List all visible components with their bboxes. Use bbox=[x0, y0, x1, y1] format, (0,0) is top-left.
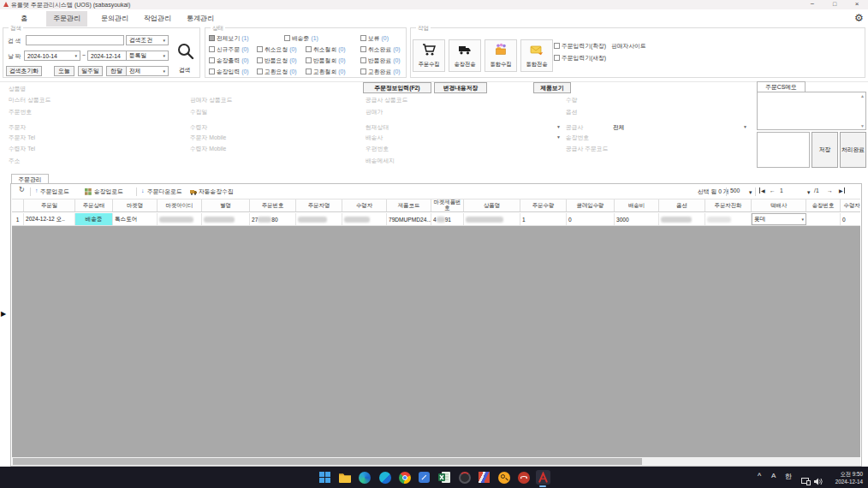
dark-media-app-button[interactable] bbox=[457, 470, 472, 485]
col-receiver-tel[interactable]: 수령자전화 bbox=[841, 199, 860, 211]
save-changes-button[interactable]: 변경내용저장 bbox=[434, 82, 487, 93]
status-check-return-withdraw[interactable]: 반품철회(0) bbox=[306, 57, 346, 65]
gear-icon[interactable]: ⚙ bbox=[854, 12, 864, 24]
col-carrier[interactable]: 택배사 bbox=[752, 199, 806, 211]
scroll-up-icon[interactable]: ▲ bbox=[860, 93, 865, 98]
invoice-send-button[interactable]: 송장전송 bbox=[449, 39, 481, 72]
status-check-cancel-req[interactable]: 취소요청(0) bbox=[257, 45, 297, 54]
status-check-shipping[interactable]: 배송중(1) bbox=[284, 34, 318, 43]
order-download-button[interactable]: 주문다운로드 bbox=[147, 187, 182, 196]
view-product-button[interactable]: 제품보기 bbox=[533, 82, 571, 93]
col-order-qty[interactable]: 주문수량 bbox=[520, 199, 567, 211]
auto-invoice-collect-button[interactable]: 자동송장수집 bbox=[199, 187, 234, 196]
week-button[interactable]: 일주일 bbox=[78, 66, 103, 76]
col-orderer-name[interactable]: 주문자명 bbox=[296, 199, 342, 211]
cell-carrier-combobox[interactable]: 롯데▾ bbox=[752, 213, 806, 225]
col-order-no[interactable]: 주문번호 bbox=[250, 199, 296, 211]
status-check-return-done[interactable]: 반품완료(0) bbox=[360, 57, 401, 65]
refresh-icon[interactable]: ↻ bbox=[19, 186, 25, 193]
invoice-upload-button[interactable]: 송장업로드 bbox=[94, 187, 123, 196]
tab-order-management[interactable]: 주문관리 bbox=[46, 11, 87, 27]
chevron-down-icon[interactable]: ▾ bbox=[749, 189, 752, 196]
col-order-date[interactable]: 주문일 bbox=[24, 199, 75, 211]
tray-chevron-up[interactable]: ^ bbox=[758, 472, 761, 480]
file-explorer-button[interactable] bbox=[337, 470, 352, 485]
blue-editor-app-button[interactable] bbox=[417, 470, 431, 485]
first-page-button[interactable]: ◀ bbox=[759, 187, 765, 193]
chevron-down-icon[interactable]: ▼ bbox=[743, 124, 747, 129]
tab-order-cs-memo[interactable]: 주문CS메모 bbox=[757, 81, 806, 92]
status-check-exchange-done[interactable]: 교환완료(0) bbox=[360, 68, 401, 76]
tab-inquiry-management[interactable]: 문의관리 bbox=[94, 11, 135, 27]
order-entry-newwindow-checkbox[interactable]: 주문입력기(새창) bbox=[554, 54, 606, 62]
edge-browser-button[interactable] bbox=[357, 470, 372, 485]
status-check-hold[interactable]: 보류(0) bbox=[360, 34, 389, 43]
keyword-input[interactable] bbox=[26, 35, 124, 45]
col-product-code[interactable]: 제품코드 bbox=[387, 199, 431, 211]
col-option[interactable]: 옵션 bbox=[659, 199, 705, 211]
integrated-send-button[interactable]: 통합전송 bbox=[520, 39, 553, 72]
windows-start-button[interactable] bbox=[318, 470, 332, 485]
order-collect-button[interactable]: 주문수집 bbox=[413, 39, 445, 72]
status-check-exchange-withdraw[interactable]: 교환철회(0) bbox=[306, 68, 346, 76]
col-alias[interactable]: 별명 bbox=[202, 199, 250, 211]
col-invoice-no[interactable]: 송장번호 bbox=[806, 199, 841, 211]
striped-viewer-app-button[interactable] bbox=[477, 470, 491, 485]
prev-page-button[interactable]: ← bbox=[770, 187, 776, 193]
whale-browser-button[interactable] bbox=[378, 470, 392, 485]
ime-latin-indicator[interactable]: A bbox=[771, 472, 776, 479]
scroll-down-icon[interactable]: ▼ bbox=[860, 123, 865, 128]
status-check-cancel-done[interactable]: 취소완료(0) bbox=[360, 45, 401, 54]
search-reset-button[interactable]: 검색초기화 bbox=[6, 66, 42, 76]
col-order-status[interactable]: 주문상태 bbox=[75, 199, 113, 211]
status-check-return-req[interactable]: 반품요청(0) bbox=[257, 57, 297, 65]
display-tray-icon[interactable] bbox=[801, 473, 811, 488]
col-receiver[interactable]: 수령자 bbox=[342, 199, 387, 211]
uplat-order-app-button[interactable] bbox=[536, 470, 550, 485]
table-row[interactable]: 1 2024-12-12 오.. 배송중 톡스토어 2780 79DMUPMD2… bbox=[12, 213, 860, 226]
side-panel-expander-icon[interactable]: ▶ bbox=[1, 311, 6, 318]
memo-save-button[interactable]: 저장 bbox=[812, 132, 838, 168]
search-button-label[interactable]: 검색 bbox=[179, 66, 191, 74]
search-icon[interactable] bbox=[176, 42, 195, 61]
col-market-id[interactable]: 마켓아이디 bbox=[158, 199, 202, 211]
order-info-input-button[interactable]: 주문정보입력(F2) bbox=[363, 82, 431, 93]
col-claim-qty[interactable]: 클레임수량 bbox=[567, 199, 615, 211]
col-orderer-tel[interactable]: 주문자전화 bbox=[705, 199, 752, 211]
excel-app-button[interactable] bbox=[437, 470, 451, 485]
today-button[interactable]: 오늘 bbox=[54, 66, 74, 76]
maximize-button[interactable]: □ bbox=[827, 0, 842, 9]
chevron-down-icon[interactable]: ▼ bbox=[556, 134, 561, 140]
chevron-down-icon[interactable]: ▾ bbox=[807, 189, 810, 196]
status-check-invoice-input[interactable]: 송장입력(0) bbox=[209, 68, 249, 76]
orange-search-app-button[interactable] bbox=[496, 470, 511, 485]
close-button[interactable]: × bbox=[849, 0, 865, 9]
status-check-new[interactable]: 신규주문(0) bbox=[209, 45, 249, 54]
col-rownum[interactable] bbox=[12, 199, 24, 211]
last-page-button[interactable]: ▶ bbox=[839, 187, 845, 193]
next-page-button[interactable]: → bbox=[827, 187, 833, 193]
order-upload-button[interactable]: 주문업로드 bbox=[40, 187, 69, 196]
col-market[interactable]: 마켓명 bbox=[113, 199, 158, 211]
date-from-picker[interactable]: 2024-10-14 ▾ bbox=[24, 51, 80, 61]
horizontal-scrollbar[interactable] bbox=[12, 457, 860, 466]
status-check-exchange-req[interactable]: 교환요청(0) bbox=[257, 68, 297, 76]
chrome-browser-button[interactable] bbox=[397, 470, 412, 485]
condition-select[interactable]: 검색조건 ▾ bbox=[126, 35, 169, 45]
red-tool-app-button[interactable] bbox=[516, 470, 531, 485]
ime-korean-indicator[interactable]: 한 bbox=[785, 472, 792, 481]
cs-memo-textarea[interactable]: ▲ ▼ bbox=[757, 92, 866, 130]
scope-select[interactable]: 전체 ▾ bbox=[126, 66, 169, 76]
col-product-name[interactable]: 상품명 bbox=[464, 199, 520, 211]
tab-job-management[interactable]: 작업관리 bbox=[137, 11, 178, 27]
integrated-collect-button[interactable]: 통합수집 bbox=[485, 39, 517, 72]
taskbar-clock[interactable]: 오전 9:50 2024-12-14 bbox=[820, 470, 863, 485]
col-ship-fee[interactable]: 배송비 bbox=[615, 199, 659, 211]
order-entry-extended-checkbox[interactable]: 주문입력기(확장) bbox=[554, 42, 606, 51]
page-number-select[interactable]: 1 bbox=[780, 187, 783, 193]
memo-complete-button[interactable]: 처리완료 bbox=[840, 132, 866, 168]
scrollbar-thumb[interactable] bbox=[13, 458, 642, 465]
month-button[interactable]: 한달 bbox=[106, 66, 127, 76]
cs-memo-note-box[interactable] bbox=[757, 132, 810, 168]
status-check-invoice-print[interactable]: 송장출력(0) bbox=[209, 57, 249, 65]
